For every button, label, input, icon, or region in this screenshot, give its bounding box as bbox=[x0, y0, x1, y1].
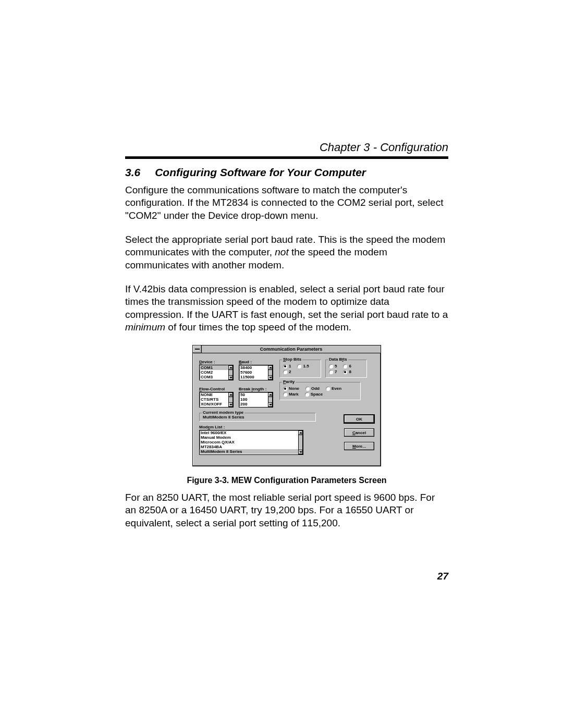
radio-databits-8[interactable]: 8 bbox=[343, 369, 351, 374]
databits-group: Data Bits 5 6 7 8 bbox=[325, 360, 367, 378]
text: of four times the top speed of the modem… bbox=[165, 322, 351, 332]
radio-stopbits-1-5[interactable]: 1.5 bbox=[297, 364, 309, 368]
list-item[interactable]: Microcom QX/AX bbox=[200, 440, 303, 445]
scrollbar[interactable] bbox=[268, 365, 273, 380]
list-item[interactable]: Manual Modem bbox=[200, 435, 303, 440]
paragraph-4: For an 8250 UART, the most reliable seri… bbox=[125, 491, 448, 529]
list-item[interactable]: Intel 9600/EX bbox=[200, 430, 303, 435]
italic-not: not bbox=[275, 246, 288, 257]
paragraph-3: If V.42bis data compression is enabled, … bbox=[125, 283, 448, 334]
page-number: 27 bbox=[437, 571, 448, 582]
radio-databits-7[interactable]: 7 bbox=[329, 369, 337, 374]
window-body: Device : COM1 COM2 COM3 bbox=[193, 353, 381, 466]
titlebar: Communication Parameters bbox=[193, 346, 381, 353]
radio-stopbits-1[interactable]: 1 bbox=[283, 364, 291, 368]
device-listbox[interactable]: COM1 COM2 COM3 bbox=[199, 365, 234, 380]
parity-group: Parity None Odd Even Mark Space bbox=[279, 382, 361, 400]
header-rule bbox=[125, 156, 448, 159]
scroll-up-icon[interactable] bbox=[268, 365, 273, 370]
modem-list-label: Modem List : bbox=[199, 425, 337, 429]
document-page: Chapter 3 - Configuration 3.6 Configurin… bbox=[0, 0, 563, 728]
scroll-down-icon[interactable] bbox=[298, 450, 303, 454]
ok-button[interactable]: OK bbox=[344, 415, 374, 423]
scroll-up-icon[interactable] bbox=[298, 430, 303, 435]
current-modem-value: MultiModem II Series bbox=[203, 415, 244, 419]
baud-label: Baud : bbox=[239, 360, 273, 364]
scroll-down-icon[interactable] bbox=[268, 375, 273, 380]
list-item[interactable]: MultiModem II Series bbox=[200, 449, 303, 454]
window-title: Communication Parameters bbox=[202, 346, 381, 353]
flow-listbox[interactable]: NONE CTS/RTS XON/XOFF bbox=[199, 392, 234, 408]
list-item[interactable]: MT2834BA bbox=[200, 445, 303, 449]
databits-legend: Data Bits bbox=[328, 357, 348, 362]
figure-wrap: Communication Parameters Device : COM1 C… bbox=[125, 345, 448, 466]
radio-parity-space[interactable]: Space bbox=[305, 392, 323, 397]
section-heading: 3.6 Configuring Software for Your Comput… bbox=[125, 166, 448, 179]
scroll-up-icon[interactable] bbox=[228, 392, 233, 397]
more-button[interactable]: More... bbox=[344, 442, 374, 450]
section-title: Configuring Software for Your Computer bbox=[155, 166, 366, 179]
radio-databits-5[interactable]: 5 bbox=[329, 364, 337, 368]
radio-parity-odd[interactable]: Odd bbox=[305, 386, 320, 391]
scrollbar[interactable] bbox=[268, 392, 273, 407]
device-label: Device : bbox=[199, 360, 234, 364]
radio-parity-mark[interactable]: Mark bbox=[283, 392, 299, 397]
break-listbox[interactable]: 50 100 200 bbox=[239, 392, 273, 408]
figure-caption: Figure 3-3. MEW Configuration Parameters… bbox=[125, 476, 448, 485]
italic-minimum: minimum bbox=[125, 322, 165, 332]
paragraph-2: Select the appropriate serial port baud … bbox=[125, 233, 448, 272]
radio-databits-6[interactable]: 6 bbox=[343, 364, 351, 368]
radio-parity-even[interactable]: Even bbox=[326, 386, 341, 391]
baud-listbox[interactable]: 38400 57600 115000 bbox=[239, 365, 273, 380]
scrollbar[interactable] bbox=[298, 430, 303, 454]
scroll-down-icon[interactable] bbox=[268, 402, 273, 407]
stopbits-legend: Stop Bits bbox=[282, 357, 302, 362]
current-modem-legend: Current modem type bbox=[202, 410, 244, 415]
modem-list[interactable]: Intel 9600/EX Manual Modem Microcom QX/A… bbox=[199, 430, 303, 455]
cancel-button[interactable]: Cancel bbox=[344, 428, 374, 437]
flow-label: Flow-Control bbox=[199, 387, 234, 391]
section-number: 3.6 bbox=[125, 166, 140, 179]
scrollbar[interactable] bbox=[228, 392, 233, 407]
radio-parity-none[interactable]: None bbox=[283, 386, 299, 391]
scrollbar[interactable] bbox=[228, 365, 233, 380]
parity-legend: Parity bbox=[282, 379, 296, 384]
text: If V.42bis data compression is enabled, … bbox=[125, 283, 448, 320]
chapter-header: Chapter 3 - Configuration bbox=[125, 141, 448, 154]
break-label: Break length : bbox=[239, 387, 273, 391]
radio-stopbits-2[interactable]: 2 bbox=[283, 369, 315, 374]
current-modem-group: Current modem type MultiModem II Series bbox=[199, 413, 316, 422]
scroll-up-icon[interactable] bbox=[228, 365, 233, 370]
system-menu-icon[interactable] bbox=[193, 346, 202, 353]
paragraph-1: Configure the communications software to… bbox=[125, 184, 448, 222]
scroll-up-icon[interactable] bbox=[268, 392, 273, 397]
scroll-down-icon[interactable] bbox=[228, 402, 233, 407]
dialog-window: Communication Parameters Device : COM1 C… bbox=[192, 345, 381, 466]
scroll-down-icon[interactable] bbox=[228, 375, 233, 380]
stopbits-group: Stop Bits 1 1.5 2 bbox=[279, 360, 321, 378]
